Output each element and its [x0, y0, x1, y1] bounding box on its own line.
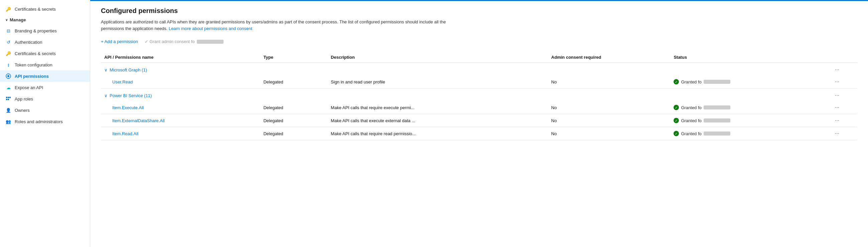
tenant-name-blurred: [197, 40, 223, 44]
table-row: Item.ExternalDataShare.All Delegated Mak…: [101, 114, 857, 127]
status-tenant-item-external: [704, 118, 730, 122]
permission-admin-item-execute: No: [548, 101, 671, 114]
permission-name-item-external[interactable]: Item.ExternalDataShare.All: [104, 118, 165, 123]
check-icon-user-read: ✓: [674, 79, 679, 84]
status-tenant-item-read: [704, 132, 730, 136]
status-granted-item-read: ✓ Granted fo: [674, 131, 826, 136]
learn-more-link[interactable]: Learn more about permissions and consent: [169, 26, 252, 31]
sidebar-item-token[interactable]: ⫿ Token configuration: [0, 59, 90, 70]
sidebar-item-roles-admin[interactable]: 👥 Roles and administrators: [0, 116, 90, 127]
permission-name-user-read[interactable]: User.Read: [104, 79, 133, 84]
approles-icon: [5, 96, 11, 102]
svg-rect-3: [9, 97, 11, 98]
status-granted-item-external: ✓ Granted fo: [674, 118, 826, 123]
sidebar-label-authentication: Authentication: [15, 40, 42, 45]
status-granted-item-execute: ✓ Granted fo: [674, 105, 826, 110]
status-label-item-read: Granted fo: [681, 131, 701, 136]
ellipsis-user-read[interactable]: ···: [833, 78, 841, 85]
sidebar-label-certificates-top: Certificates & secrets: [15, 7, 56, 12]
sidebar-label-app-roles: App roles: [15, 97, 33, 102]
sidebar-label-owners: Owners: [15, 108, 30, 113]
table-group-microsoft-graph: ∨ Microsoft Graph (1) ···: [101, 63, 857, 76]
check-icon-item-read: ✓: [674, 131, 679, 136]
sidebar-item-certificates[interactable]: 🔑 Certificates & secrets: [0, 48, 90, 59]
sidebar-label-branding: Branding & properties: [15, 28, 57, 33]
table-group-power-bi: ∨ Power BI Service (11) ···: [101, 89, 857, 102]
chevron-down-ms-graph: ∨: [104, 67, 107, 72]
grant-consent-label: ✓ Grant admin consent fo: [145, 39, 195, 44]
svg-rect-4: [6, 99, 7, 100]
permission-desc-user-read: Sign in and read user profile: [328, 75, 548, 89]
ellipsis-item-external[interactable]: ···: [833, 117, 841, 124]
svg-rect-1: [6, 97, 7, 98]
status-granted-user-read: ✓ Granted fo: [674, 79, 826, 84]
sidebar-item-owners[interactable]: 👤 Owners: [0, 104, 90, 116]
table-row: Item.Read.All Delegated Make API calls t…: [101, 127, 857, 140]
group-ellipsis-power-bi[interactable]: ···: [833, 92, 841, 99]
permission-type-item-external: Delegated: [260, 114, 328, 127]
table-row: User.Read Delegated Sign in and read use…: [101, 75, 857, 89]
group-ellipsis-microsoft-graph[interactable]: ···: [833, 66, 841, 73]
main-content: Configured permissions Applications are …: [90, 0, 868, 247]
svg-rect-5: [8, 99, 9, 100]
permissions-table: API / Permissions name Type Description …: [101, 52, 857, 140]
sidebar-item-certificates-top[interactable]: 🔑 Certificates & secrets: [0, 3, 90, 15]
check-icon-item-execute: ✓: [674, 105, 679, 110]
sidebar-item-app-roles[interactable]: App roles: [0, 93, 90, 104]
key-icon-2: 🔑: [5, 50, 11, 57]
group-name-microsoft-graph: Microsoft Graph (1): [110, 67, 147, 72]
permission-type-item-read: Delegated: [260, 127, 328, 140]
permission-name-item-read[interactable]: Item.Read.All: [104, 131, 138, 136]
permission-admin-user-read: No: [548, 75, 671, 89]
owners-icon: 👤: [5, 107, 11, 113]
description-text: Applications are authorized to call APIs…: [101, 19, 468, 32]
col-header-admin-consent: Admin consent required: [548, 52, 671, 63]
expose-icon: ☁: [5, 84, 11, 91]
status-label-item-external: Granted fo: [681, 118, 701, 123]
chevron-down-icon: ∨: [5, 18, 8, 22]
status-tenant-user-read: [704, 80, 730, 84]
permission-admin-item-external: No: [548, 114, 671, 127]
group-label-power-bi[interactable]: ∨ Power BI Service (11): [104, 93, 826, 98]
group-label-microsoft-graph[interactable]: ∨ Microsoft Graph (1): [104, 67, 826, 72]
add-permission-button[interactable]: + Add a permission: [101, 37, 138, 46]
permission-desc-item-external: Make API calls that execute external dat…: [328, 114, 548, 127]
permission-name-item-execute[interactable]: Item.Execute.All: [104, 105, 144, 110]
permission-type-user-read: Delegated: [260, 75, 328, 89]
ellipsis-item-read[interactable]: ···: [833, 130, 841, 137]
chevron-down-power-bi: ∨: [104, 93, 107, 98]
sidebar-label-expose-api: Expose an API: [15, 85, 43, 90]
roles-icon: 👥: [5, 118, 11, 125]
status-label-item-execute: Granted fo: [681, 105, 701, 110]
col-header-description: Description: [328, 52, 548, 63]
ellipsis-item-execute[interactable]: ···: [833, 104, 841, 111]
permission-admin-item-read: No: [548, 127, 671, 140]
col-header-status: Status: [670, 52, 829, 63]
permission-desc-item-read: Make API calls that require read permiss…: [328, 127, 548, 140]
sidebar-label-roles-admin: Roles and administrators: [15, 119, 63, 124]
status-label-user-read: Granted fo: [681, 79, 701, 84]
progress-bar: [90, 0, 868, 1]
auth-icon: ↺: [5, 39, 11, 45]
col-header-type: Type: [260, 52, 328, 63]
page-title: Configured permissions: [101, 7, 857, 15]
sidebar-label-certificates: Certificates & secrets: [15, 51, 56, 56]
api-icon: [5, 73, 11, 79]
sidebar-item-api-permissions[interactable]: API permissions: [0, 70, 90, 82]
permission-desc-item-execute: Make API calls that require execute perm…: [328, 101, 548, 114]
sidebar-item-branding[interactable]: ⊟ Branding & properties: [0, 25, 90, 36]
sidebar: 🔑 Certificates & secrets ∨ Manage ⊟ Bran…: [0, 0, 90, 247]
branding-icon: ⊟: [5, 28, 11, 34]
sidebar-item-authentication[interactable]: ↺ Authentication: [0, 36, 90, 48]
description-body: Applications are authorized to call APIs…: [101, 20, 446, 31]
col-header-api: API / Permissions name: [101, 52, 260, 63]
key-icon: 🔑: [5, 6, 11, 12]
grant-consent-button[interactable]: ✓ Grant admin consent fo: [145, 37, 223, 46]
sidebar-section-manage: ∨ Manage: [0, 15, 90, 25]
group-name-power-bi: Power BI Service (11): [110, 93, 152, 98]
svg-rect-2: [8, 97, 9, 98]
toolbar: + Add a permission ✓ Grant admin consent…: [101, 37, 857, 46]
sidebar-item-expose-api[interactable]: ☁ Expose an API: [0, 82, 90, 93]
sidebar-section-manage-label: Manage: [10, 17, 26, 22]
permission-type-item-execute: Delegated: [260, 101, 328, 114]
